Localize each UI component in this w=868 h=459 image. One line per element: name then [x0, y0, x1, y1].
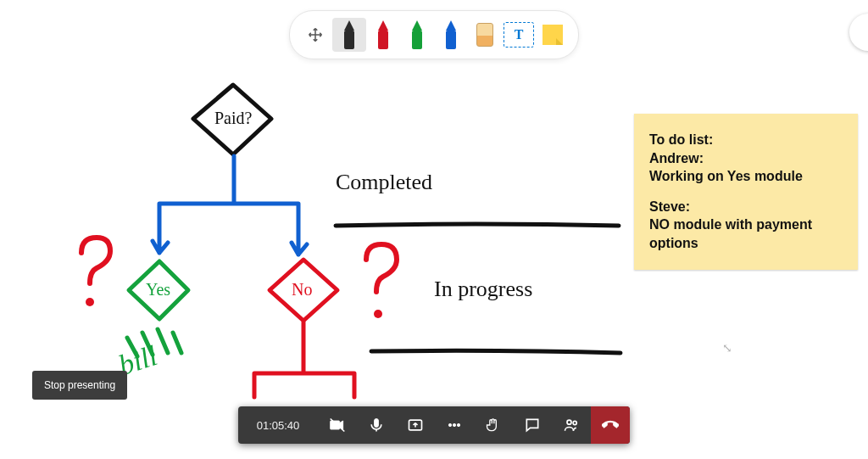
svg-point-6 — [453, 423, 455, 426]
stop-presenting-tooltip: Stop presenting — [32, 371, 127, 400]
more-options-button[interactable] — [435, 406, 474, 444]
no-label: No — [292, 280, 312, 299]
svg-point-0 — [86, 298, 94, 306]
more-icon — [446, 417, 463, 434]
svg-point-1 — [374, 310, 382, 318]
sticky-line: To do list: — [649, 131, 843, 149]
paid-label: Paid? — [214, 109, 252, 128]
sticky-line: Steve: — [649, 198, 843, 216]
inprogress-label: In progress — [434, 277, 532, 302]
chat-button[interactable] — [513, 406, 552, 444]
svg-point-8 — [567, 420, 571, 424]
svg-point-7 — [457, 423, 459, 426]
chat-icon — [524, 417, 541, 434]
completed-label: Completed — [336, 170, 432, 195]
svg-point-5 — [448, 423, 451, 426]
raise-hand-icon — [485, 417, 502, 434]
yes-label: Yes — [146, 280, 170, 299]
camera-button[interactable] — [318, 406, 357, 444]
share-screen-icon — [407, 417, 424, 434]
participants-button[interactable] — [552, 406, 591, 444]
raise-hand-button[interactable] — [474, 406, 513, 444]
microphone-icon — [368, 417, 385, 434]
hangup-icon — [602, 417, 619, 434]
sticky-line: Working on Yes module — [649, 167, 843, 186]
hangup-button[interactable] — [591, 406, 630, 444]
meeting-control-bar: 01:05:40 — [238, 406, 630, 444]
meeting-duration: 01:05:40 — [238, 419, 318, 432]
sticky-line: NO module with payment options — [649, 216, 843, 252]
microphone-button[interactable] — [357, 406, 396, 444]
sticky-line: Andrew: — [649, 149, 843, 168]
sticky-note[interactable]: To do list: Andrew: Working on Yes modul… — [634, 114, 858, 270]
svg-rect-3 — [375, 419, 379, 428]
svg-point-9 — [573, 421, 576, 424]
share-button[interactable] — [396, 406, 435, 444]
resize-handle-icon[interactable]: ⤡ — [722, 341, 732, 355]
participants-icon — [563, 417, 580, 434]
camera-off-icon — [329, 417, 346, 434]
